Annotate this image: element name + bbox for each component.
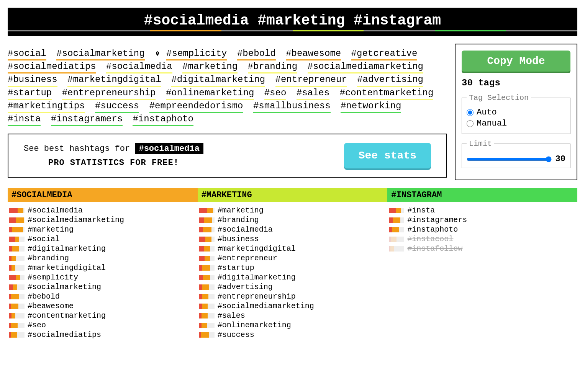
cloud-tag[interactable]: #socialmedia: [106, 60, 172, 74]
radio-manual-label: Manual: [477, 119, 507, 128]
popularity-bar: [199, 237, 215, 242]
tag-row[interactable]: #business: [199, 235, 386, 243]
radio-auto[interactable]: [467, 109, 474, 116]
popularity-bar: [199, 275, 215, 280]
cloud-tag[interactable]: #networking: [341, 100, 401, 113]
cloud-tag[interactable]: #empreendedorismo: [149, 100, 243, 113]
radio-auto-row[interactable]: Auto: [467, 108, 565, 117]
tag-row[interactable]: #entrepreneurship: [199, 292, 386, 301]
cloud-tag[interactable]: #insta: [8, 113, 41, 126]
tag-columns: #SOCIALMEDIA#socialmedia#socialmediamark…: [0, 180, 585, 351]
tag-list: #marketing#branding#socialmedia#business…: [198, 202, 388, 343]
location-pin-icon: [155, 47, 162, 60]
tag-row[interactable]: #digitalmarketing: [9, 244, 196, 253]
popularity-bar: [9, 313, 25, 318]
tag-row[interactable]: #branding: [199, 216, 386, 224]
cloud-tag[interactable]: #bebold: [237, 47, 276, 60]
cloud-tag[interactable]: #seo: [264, 87, 287, 100]
tag-row[interactable]: #socialmediamarketing: [9, 216, 196, 224]
tag-count: 30 tags: [462, 78, 570, 88]
limit-slider[interactable]: [467, 156, 552, 162]
tag-row[interactable]: #seo: [9, 321, 196, 330]
cloud-tag[interactable]: #sales: [297, 87, 329, 100]
cloud-tag[interactable]: #branding: [248, 60, 298, 74]
tag-row[interactable]: #socialmediatips: [9, 330, 196, 339]
control-panel: Copy Mode 30 tags Tag Selection Auto Man…: [455, 44, 577, 180]
popularity-bar: [199, 284, 215, 290]
tag-label: #contentmarketing: [28, 311, 106, 320]
popularity-bar: [9, 227, 25, 232]
cloud-tag[interactable]: #socialmarketing: [56, 47, 144, 60]
tag-row[interactable]: #marketing: [9, 225, 196, 234]
cloud-tag[interactable]: #success: [95, 100, 139, 113]
tag-label: #socialmediamarketing: [218, 302, 314, 310]
cloud-tag[interactable]: #social: [8, 47, 46, 60]
limit-group: Limit 30: [462, 139, 570, 168]
tag-row[interactable]: #insta: [389, 206, 576, 215]
popularity-bar: [389, 217, 404, 223]
popularity-bar: [199, 265, 215, 271]
tag-row[interactable]: #instaphoto: [389, 225, 576, 234]
cloud-tag[interactable]: #business: [8, 74, 57, 87]
tag-row[interactable]: #socialmediamarketing: [199, 302, 386, 310]
cloud-tag[interactable]: #instaphoto: [133, 113, 193, 126]
radio-manual[interactable]: [467, 120, 474, 127]
tag-row[interactable]: #startup: [199, 263, 386, 272]
tag-row[interactable]: #digitalmarketing: [199, 273, 386, 282]
cloud-tag[interactable]: #digitalmarketing: [171, 74, 265, 87]
cloud-tag[interactable]: #entrepreneurship: [62, 87, 156, 100]
cloud-tag[interactable]: #beawesome: [286, 47, 341, 60]
search-underline: [8, 30, 577, 31]
column-header: #INSTAGRAM: [387, 188, 577, 202]
copy-mode-button[interactable]: Copy Mode: [462, 51, 570, 72]
tag-row[interactable]: #marketingdigital: [9, 263, 196, 272]
cloud-tag[interactable]: #advertising: [357, 74, 423, 87]
tag-list: #insta#instagramers#instaphoto#instacool…: [387, 202, 577, 257]
tag-row[interactable]: #socialmedia: [9, 206, 196, 215]
tag-row[interactable]: #bebold: [9, 292, 196, 301]
popularity-bar: [9, 304, 25, 309]
cloud-tag[interactable]: #marketing: [182, 60, 238, 74]
see-stats-button[interactable]: See stats: [344, 143, 431, 168]
tag-label: #branding: [28, 254, 69, 263]
popularity-bar: [9, 265, 25, 271]
tag-label: #socialmedia: [28, 206, 83, 215]
tag-row[interactable]: #beawesome: [9, 302, 196, 310]
cloud-tag[interactable]: #marketingtips: [8, 100, 85, 113]
cloud-tag[interactable]: #entrepreneur: [275, 74, 347, 87]
tag-row[interactable]: #instagramers: [389, 216, 576, 224]
cloud-tag[interactable]: #marketingdigital: [67, 74, 161, 87]
search-input[interactable]: [8, 12, 577, 29]
tag-row[interactable]: #sales: [199, 311, 386, 320]
cloud-tag[interactable]: #socialmediatips: [8, 60, 96, 74]
tag-row[interactable]: #onlinemarketing: [199, 321, 386, 330]
cloud-tag[interactable]: #smallbusiness: [253, 100, 331, 113]
cloud-tag[interactable]: #startup: [8, 87, 52, 100]
tag-label: #digitalmarketing: [28, 244, 106, 253]
tag-row[interactable]: #marketing: [199, 206, 386, 215]
tag-row[interactable]: #semplicity: [9, 273, 196, 282]
tag-row[interactable]: #success: [199, 330, 386, 339]
cloud-tag[interactable]: #instagramers: [51, 113, 123, 126]
tag-label: #semplicity: [28, 273, 78, 282]
tag-row[interactable]: #socialmarketing: [9, 283, 196, 291]
tag-row[interactable]: #social: [9, 235, 196, 243]
column-header: #SOCIALMEDIA: [8, 188, 198, 202]
tag-row[interactable]: #branding: [9, 254, 196, 263]
tag-row[interactable]: #marketingdigital: [199, 244, 386, 253]
cloud-tag[interactable]: #semplicity: [166, 47, 227, 60]
cloud-tag[interactable]: #onlinemarketing: [166, 87, 254, 100]
tag-row[interactable]: #entrepreneur: [199, 254, 386, 263]
tag-row[interactable]: #contentmarketing: [9, 311, 196, 320]
stats-banner: See best hashtags for #socialmedia PRO S…: [8, 134, 447, 178]
tag-row[interactable]: #advertising: [199, 283, 386, 291]
stats-prefix: See best hashtags for: [24, 144, 130, 154]
cloud-tag[interactable]: #getcreative: [351, 47, 418, 60]
tag-row[interactable]: #socialmedia: [199, 225, 386, 234]
popularity-bar: [9, 217, 25, 223]
tag-label: #instafollow: [407, 244, 462, 253]
radio-manual-row[interactable]: Manual: [467, 119, 565, 128]
cloud-tag[interactable]: #contentmarketing: [340, 87, 434, 100]
cloud-tag[interactable]: #socialmediamarketing: [308, 60, 423, 74]
stats-tag: #socialmedia: [135, 143, 203, 154]
